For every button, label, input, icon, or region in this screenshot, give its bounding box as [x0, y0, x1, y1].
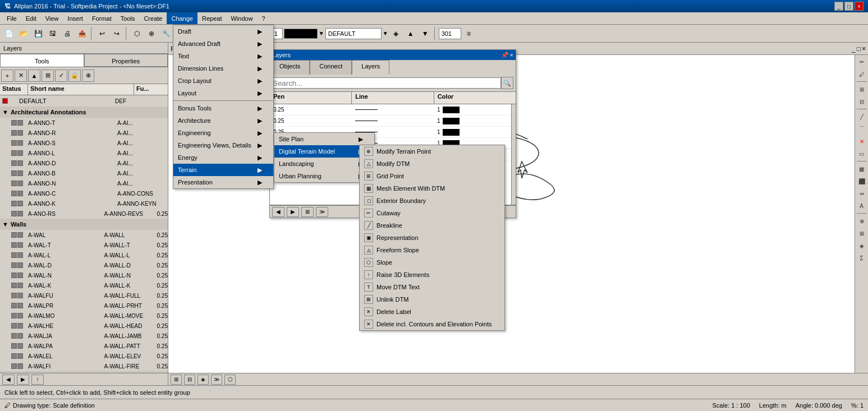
menu-representation[interactable]: ▣ Representation: [360, 232, 504, 244]
rt-zoom[interactable]: ⊟: [856, 96, 867, 107]
lp-scrollbar[interactable]: [511, 104, 516, 205]
lp-search-input[interactable]: [272, 77, 501, 89]
canvas-close[interactable]: ×: [862, 45, 866, 53]
menu-dimension-lines[interactable]: Dimension Lines▶: [173, 62, 273, 75]
menu-view[interactable]: View: [41, 12, 63, 24]
rt-layer[interactable]: ◈: [856, 240, 867, 251]
menu-bonus-tools[interactable]: Bonus Tools▶: [173, 102, 273, 114]
rt-snap1[interactable]: ⊕: [856, 215, 867, 227]
list-item[interactable]: A-WALPRA-WALL-PRHT0.25: [0, 301, 168, 311]
menu-cutaway[interactable]: ✂ Cutaway: [360, 207, 504, 219]
rt-pen[interactable]: 🖊: [856, 68, 867, 80]
menu-insert[interactable]: Insert: [63, 12, 88, 24]
rt-fill[interactable]: ⬛: [856, 176, 867, 187]
menu-advanced-draft[interactable]: Advanced Draft▶: [173, 38, 273, 50]
grid-toggle[interactable]: ⊟: [184, 375, 195, 385]
list-item[interactable]: A-WAL-DA-WALL-D0.25: [0, 260, 168, 270]
check-btn[interactable]: ✓: [55, 70, 67, 82]
dtm-submenu[interactable]: ⊕ Modify Terrain Point △ Modify DTM ⊞ Gr…: [359, 145, 505, 331]
list-item[interactable]: A-ANNO-TA-AI...: [0, 118, 168, 128]
menu-layout[interactable]: Layout▶: [173, 87, 273, 99]
canvas-controls[interactable]: _ □ ×: [852, 45, 866, 53]
list-item[interactable]: A-ANO-RSA-ANNO-REVS0.25: [0, 209, 168, 219]
list-item[interactable]: A-WAL-KA-WALL-K0.25: [0, 280, 168, 290]
menu-change[interactable]: Change: [167, 12, 198, 24]
rt-select[interactable]: ⊞: [856, 84, 867, 95]
list-item[interactable]: A-WALELA-WALL-ELEV0.25: [0, 351, 168, 361]
menu-freeform-slope[interactable]: ◬ Freeform Slope: [360, 244, 504, 256]
snap-toggle[interactable]: ⊞: [171, 375, 182, 385]
menu-mesh-dtm[interactable]: ▦ Mesh Element With DTM: [360, 182, 504, 195]
lp-btn3[interactable]: ⊞: [301, 207, 314, 217]
list-item[interactable]: A-WAL-LA-WALL-L0.25: [0, 250, 168, 260]
export-btn[interactable]: 📤: [75, 27, 89, 40]
menu-repeat[interactable]: Repeat: [198, 12, 226, 24]
change-menu-dropdown[interactable]: Draft▶ Advanced Draft▶ Text▶ Dimension L…: [173, 25, 274, 189]
lp-btn1[interactable]: ◀: [272, 207, 284, 217]
close-button[interactable]: ×: [855, 2, 864, 11]
color-dropdown[interactable]: ▼: [319, 30, 324, 36]
menu-engineering[interactable]: Engineering▶: [173, 127, 273, 139]
canvas-maximize[interactable]: □: [857, 45, 861, 53]
menu-delete-incl[interactable]: ✕ Delete incl. Contours and Elevation Po…: [360, 318, 504, 330]
canvas-minimize[interactable]: _: [852, 45, 856, 53]
lp-close[interactable]: ×: [510, 52, 513, 59]
lp-search-button[interactable]: 🔍: [501, 77, 513, 89]
move-up-btn[interactable]: ▲: [28, 70, 40, 82]
group-arch-annot[interactable]: ▼ Architectural Annotations: [0, 107, 168, 118]
layer-value[interactable]: DEFAULT: [325, 28, 382, 39]
lp-controls[interactable]: 📌 ×: [501, 52, 513, 59]
menu-grid-point[interactable]: ⊞ Grid Point: [360, 170, 504, 182]
new-btn[interactable]: 📄: [2, 27, 16, 40]
tab-properties[interactable]: Properties: [84, 54, 168, 67]
menu-help[interactable]: ?: [258, 12, 270, 24]
print-btn[interactable]: 🖨: [61, 27, 74, 40]
list-item[interactable]: A-WALPAA-WALL-PATT0.25: [0, 341, 168, 351]
list-item[interactable]: A-WALHEA-WALL-HEAD0.25: [0, 321, 168, 331]
lock-btn[interactable]: 🔒: [68, 70, 81, 82]
lp-btn2[interactable]: ▶: [287, 207, 299, 217]
code-btn[interactable]: ≡: [462, 27, 476, 40]
new-layer-btn[interactable]: +: [1, 70, 13, 82]
group-walls[interactable]: ▼ Walls: [0, 219, 168, 230]
redo-btn[interactable]: ↪: [110, 27, 123, 40]
save2-btn[interactable]: 🖫: [46, 27, 59, 40]
list-item[interactable]: A-WALFIA-WALL-FIRE0.25: [0, 361, 168, 371]
open-btn[interactable]: 📂: [17, 27, 30, 40]
menu-terrain[interactable]: Terrain▶: [173, 164, 273, 176]
menu-raise-3d[interactable]: ↑ Raise 3D Elements: [360, 269, 504, 281]
menu-engineering-views[interactable]: Engineering Views, Details▶: [173, 139, 273, 151]
lp-btn4[interactable]: ≫: [316, 207, 328, 217]
menu-architecture[interactable]: Architecture▶: [173, 114, 273, 127]
rt-eraser[interactable]: ▭: [856, 148, 867, 159]
menu-delete-label[interactable]: ✕ Delete Label: [360, 306, 504, 318]
lp-data-row[interactable]: 0.25 1: [270, 104, 516, 116]
rt-snap2[interactable]: ⊞: [856, 228, 867, 239]
menu-modify-dtm[interactable]: △ Modify DTM: [360, 158, 504, 170]
list-item[interactable]: A-ANNO-RA-AI...: [0, 128, 168, 138]
rt-hatch[interactable]: ▦: [856, 163, 867, 174]
menu-presentation[interactable]: Presentation▶: [173, 176, 273, 188]
lp-data-row[interactable]: 0.25 1: [270, 116, 516, 127]
lp-pin[interactable]: 📌: [501, 52, 509, 59]
lb-btn2[interactable]: ▶: [17, 375, 29, 385]
tab-tools[interactable]: Tools: [0, 54, 84, 67]
menu-unlink-dtm[interactable]: ⊠ Unlink DTM: [360, 293, 504, 306]
rt-pencil[interactable]: ✏: [856, 56, 867, 67]
layers-content[interactable]: DEFAULT DEF ▼ Architectural Annotations …: [0, 95, 168, 373]
menu-site-plan[interactable]: Site Plan▶: [274, 133, 374, 145]
layer-toggle[interactable]: ◈: [389, 27, 403, 40]
rt-calc[interactable]: Σ: [856, 252, 867, 264]
window-controls[interactable]: _ □ ×: [834, 2, 864, 11]
rt-line[interactable]: ╱: [856, 111, 867, 122]
list-item[interactable]: A-ANNO-NA-AI...: [0, 178, 168, 188]
expand-btn[interactable]: ⊕: [82, 70, 94, 82]
menu-edit[interactable]: Edit: [21, 12, 41, 24]
menu-format[interactable]: Format: [88, 12, 116, 24]
save-btn[interactable]: 💾: [31, 27, 45, 40]
rt-red-x[interactable]: ✕: [856, 136, 867, 147]
rt-arc[interactable]: ⌒: [856, 123, 867, 135]
lp-tab-objects[interactable]: Objects: [270, 60, 310, 75]
list-item[interactable]: A-WAL-NA-WALL-N0.25: [0, 270, 168, 280]
lb-btn1[interactable]: ◀: [2, 375, 15, 385]
